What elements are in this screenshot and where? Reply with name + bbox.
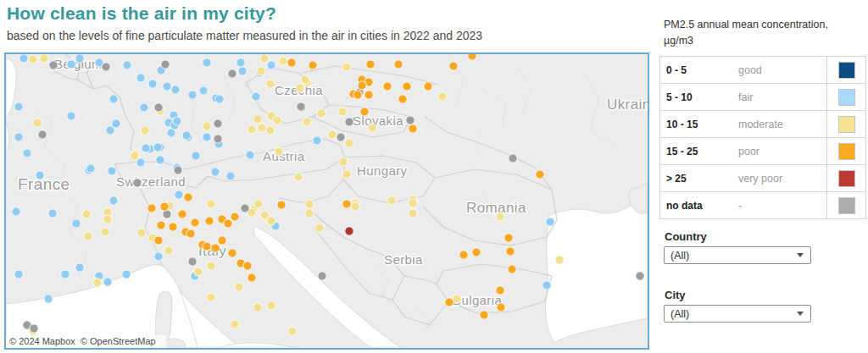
city-dot-moderate[interactable]: [555, 256, 564, 264]
city-dropdown[interactable]: (All): [664, 305, 811, 323]
city-dot-moderate[interactable]: [141, 126, 149, 135]
city-dot-fair[interactable]: [19, 54, 28, 63]
city-dot-moderate[interactable]: [267, 301, 275, 310]
city-dot-fair[interactable]: [14, 102, 23, 111]
city-dot-moderate[interactable]: [273, 116, 281, 124]
city-dot-moderate[interactable]: [387, 196, 396, 205]
country-dropdown[interactable]: (All): [664, 246, 811, 264]
city-dot-poor[interactable]: [383, 82, 392, 91]
city-dot-moderate[interactable]: [258, 124, 266, 132]
city-dot-poor[interactable]: [449, 62, 458, 70]
city-dot-moderate[interactable]: [93, 279, 102, 287]
city-dot-poor[interactable]: [497, 303, 505, 312]
city-dot-moderate[interactable]: [345, 139, 353, 147]
city-dot-poor[interactable]: [231, 212, 239, 221]
city-dot-fair[interactable]: [14, 270, 23, 279]
city-dot-no-data[interactable]: [406, 116, 415, 124]
city-dot-poor[interactable]: [360, 108, 369, 116]
city-dot-fair[interactable]: [246, 151, 254, 159]
city-dot-no-data[interactable]: [345, 118, 353, 126]
city-dot-poor[interactable]: [224, 219, 232, 228]
legend-swatch-very-poor[interactable]: [838, 170, 855, 187]
city-dot-poor[interactable]: [353, 91, 362, 99]
city-dot-moderate[interactable]: [409, 209, 417, 218]
city-dot-poor[interactable]: [364, 91, 373, 99]
city-dot-moderate[interactable]: [203, 122, 211, 130]
city-dot-fair[interactable]: [75, 54, 84, 63]
city-dot-fair[interactable]: [23, 149, 31, 157]
city-dot-no-data[interactable]: [241, 204, 249, 212]
city-dot-poor[interactable]: [191, 218, 199, 227]
legend-swatch-no-data[interactable]: [838, 197, 855, 214]
city-dot-poor[interactable]: [342, 200, 351, 208]
city-dot-moderate[interactable]: [368, 124, 376, 132]
city-dot-no-data[interactable]: [30, 324, 38, 333]
city-dot-poor[interactable]: [157, 221, 165, 229]
city-dot-fair[interactable]: [546, 218, 554, 226]
city-dot-fair[interactable]: [48, 209, 57, 218]
city-dot-moderate[interactable]: [342, 63, 351, 71]
city-dot-moderate[interactable]: [207, 262, 215, 270]
city-dot-moderate[interactable]: [303, 118, 311, 126]
city-dot-moderate[interactable]: [33, 119, 42, 127]
mapbox-attribution[interactable]: © 2024 Mapbox: [9, 336, 75, 346]
city-dot-moderate[interactable]: [279, 57, 287, 65]
city-dot-moderate[interactable]: [253, 303, 262, 312]
city-dot-moderate[interactable]: [231, 320, 239, 328]
city-dot-moderate[interactable]: [137, 229, 146, 237]
city-dot-no-data[interactable]: [188, 257, 197, 266]
legend-swatch-poor[interactable]: [838, 143, 855, 160]
city-dot-moderate[interactable]: [248, 125, 256, 134]
city-dot-moderate[interactable]: [305, 209, 314, 218]
city-dot-very-poor[interactable]: [345, 227, 353, 235]
city-dot-poor[interactable]: [508, 265, 516, 273]
city-dot-moderate[interactable]: [342, 170, 351, 179]
city-dot-poor[interactable]: [218, 236, 226, 245]
city-dot-poor[interactable]: [178, 210, 186, 218]
city-dot-moderate[interactable]: [82, 210, 91, 218]
city-dot-fair[interactable]: [188, 91, 197, 99]
city-dot-moderate[interactable]: [339, 157, 348, 166]
city-dot-no-data[interactable]: [49, 61, 58, 69]
city-dot-poor[interactable]: [169, 223, 177, 231]
city-dot-fair[interactable]: [252, 92, 260, 101]
city-dot-moderate[interactable]: [438, 92, 447, 101]
city-dot-fair[interactable]: [215, 95, 224, 103]
city-dot-poor[interactable]: [160, 202, 169, 211]
city-dot-moderate[interactable]: [164, 246, 173, 255]
city-dot-moderate[interactable]: [315, 223, 324, 232]
city-dot-poor[interactable]: [409, 124, 417, 133]
city-dot-poor[interactable]: [186, 229, 195, 238]
city-dot-poor[interactable]: [154, 236, 163, 245]
city-dot-fair[interactable]: [267, 61, 275, 69]
city-dot-moderate[interactable]: [84, 232, 92, 240]
city-dot-poor[interactable]: [277, 201, 286, 209]
city-dot-fair[interactable]: [136, 74, 145, 82]
city-dot-fair[interactable]: [36, 171, 44, 179]
city-dot-fair[interactable]: [175, 190, 183, 199]
city-dot-fair[interactable]: [203, 58, 211, 67]
city-dot-no-data[interactable]: [318, 272, 326, 280]
city-dot-fair[interactable]: [44, 295, 53, 303]
city-dot-poor[interactable]: [205, 217, 214, 225]
city-dot-poor[interactable]: [366, 60, 375, 69]
city-dot-moderate[interactable]: [101, 228, 109, 236]
city-dot-no-data[interactable]: [214, 135, 222, 143]
city-dot-fair[interactable]: [67, 60, 75, 69]
europe-map[interactable]: BelgiumCzechiaUkraineSlovakiaAustriaHung…: [6, 54, 648, 348]
city-dot-poor[interactable]: [184, 193, 192, 201]
city-dot-fair[interactable]: [12, 207, 20, 216]
city-dot-fair[interactable]: [199, 86, 208, 95]
city-dot-poor[interactable]: [504, 234, 513, 242]
city-dot-fair[interactable]: [313, 136, 321, 145]
city-dot-moderate[interactable]: [301, 75, 309, 84]
city-dot-poor[interactable]: [309, 61, 317, 69]
city-dot-moderate[interactable]: [235, 283, 243, 291]
city-dot-poor[interactable]: [445, 298, 453, 306]
city-dot-fair[interactable]: [109, 95, 118, 103]
city-dot-moderate[interactable]: [254, 200, 263, 208]
city-dot-moderate[interactable]: [194, 268, 203, 276]
city-dot-moderate[interactable]: [207, 293, 215, 301]
city-dot-no-data[interactable]: [636, 272, 644, 280]
city-dot-fair[interactable]: [142, 144, 150, 152]
